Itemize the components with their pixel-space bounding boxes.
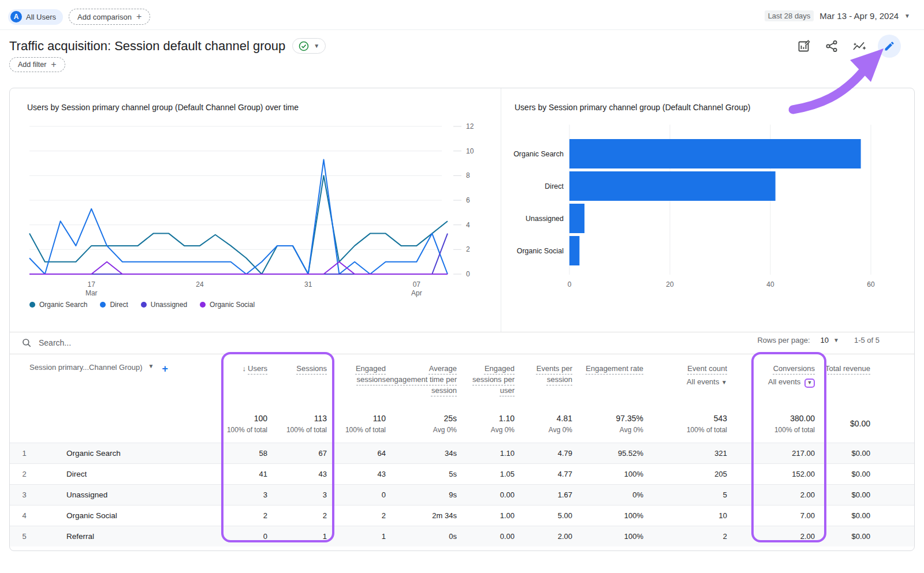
table-row[interactable]: 3Unassigned3309s0.001.670%52.00$0.00 [10, 484, 914, 505]
search-icon [21, 338, 32, 348]
table-cell: 2.00 [727, 532, 815, 541]
svg-text:24: 24 [196, 280, 204, 289]
panel-divider [501, 88, 501, 332]
table-cell: 0% [572, 490, 643, 499]
add-filter-button[interactable]: Add filter + [9, 57, 65, 72]
channel-name: Referral [39, 532, 212, 541]
table-cell: 3 [267, 490, 327, 499]
column-header-engaged-sessions-per-user[interactable]: Engaged sessions per user [457, 354, 515, 405]
table-row[interactable]: 1Organic Search58676434s1.104.7995.52%32… [10, 443, 914, 463]
table-cell: 58 [212, 449, 267, 458]
svg-text:20: 20 [666, 280, 674, 289]
column-header-conversions[interactable]: ConversionsAll events ▼ [727, 354, 815, 405]
line-chart[interactable]: 02468101217Mar243107Apr [20, 115, 489, 299]
table-cell: 2.00 [515, 532, 572, 541]
channel-name: Organic Social [39, 511, 212, 520]
table-cell: 5.00 [515, 511, 572, 520]
pencil-icon [884, 40, 895, 52]
svg-text:Organic Search: Organic Search [513, 150, 564, 158]
rows-per-page-select[interactable]: Rows per page: 10 ▼ [757, 336, 839, 344]
column-header-engaged-sessions[interactable]: Engaged sessions [327, 354, 386, 405]
legend-item[interactable]: Direct [100, 301, 128, 309]
column-header-average-engagement-time-per-session[interactable]: Average engagement time per session [386, 354, 457, 405]
totals-cell: 110100% of total [327, 414, 386, 434]
legend-dot [100, 302, 106, 308]
edit-chart-icon [797, 39, 811, 53]
legend-item[interactable]: Organic Search [29, 301, 87, 309]
date-range-label: Mar 13 - Apr 9, 2024 [819, 11, 899, 21]
table-cell: 5 [643, 490, 727, 499]
table-body: 1Organic Search58676434s1.104.7995.52%32… [10, 443, 914, 546]
table-row[interactable]: 4Organic Social2222m 34s1.005.00100%107.… [10, 505, 914, 526]
table-cell: 100% [572, 470, 643, 478]
bar-organic-search [569, 139, 861, 168]
chevron-down-icon: ▼ [314, 43, 319, 49]
table-cell: 205 [643, 470, 727, 478]
column-sublabel[interactable]: All events ▼ [643, 376, 727, 388]
column-header-events-per-session[interactable]: Events per session [515, 354, 572, 405]
column-label: Event count [687, 364, 727, 373]
rows-per-page-label: Rows per page: [757, 336, 810, 344]
column-header-event-count[interactable]: Event countAll events ▼ [643, 354, 727, 405]
column-header-engagement-rate[interactable]: Engagement rate [572, 354, 643, 405]
svg-text:0: 0 [568, 280, 572, 289]
event-dropdown-highlight[interactable]: ▼ [804, 379, 815, 388]
svg-text:31: 31 [304, 280, 312, 289]
date-preset-label: Last 28 days [765, 10, 814, 21]
chevron-down-icon: ▼ [904, 13, 910, 19]
totals-cell: $0.00 [815, 419, 870, 428]
pagination-range: 1-5 of 5 [854, 336, 880, 344]
column-label: Events per session [536, 364, 572, 384]
chevron-down-icon: ▼ [807, 377, 813, 388]
table-cell: 9s [386, 490, 457, 499]
edit-chart-button[interactable] [795, 37, 813, 55]
insights-button[interactable] [850, 37, 869, 55]
table-cell: 1.05 [457, 470, 515, 478]
table-cell: 2.00 [727, 490, 815, 499]
table-cell: 0 [212, 532, 267, 541]
bar-chart[interactable]: 0204060Organic SearchDirectUnassignedOrg… [512, 115, 904, 299]
legend-item[interactable]: Organic Social [200, 301, 255, 309]
all-users-chip[interactable]: A All Users [8, 9, 63, 25]
table-row[interactable]: 5Referral0110s0.002.00100%22.00$0.00 [10, 526, 914, 546]
audience-label: All Users [26, 13, 56, 21]
add-filter-label: Add filter [18, 61, 46, 69]
table-cell: $0.00 [815, 470, 870, 478]
channel-name: Organic Search [39, 449, 212, 458]
table-cell: $0.00 [815, 511, 870, 520]
table-cell: 2 [327, 511, 386, 520]
report-card: Users by Session primary channel group (… [9, 88, 915, 551]
date-range-picker[interactable]: Last 28 days Mar 13 - Apr 9, 2024 ▼ [765, 10, 910, 21]
add-comparison-button[interactable]: Add comparison + [69, 9, 150, 25]
share-button[interactable] [822, 37, 841, 55]
svg-text:Apr: Apr [411, 289, 422, 297]
svg-text:8: 8 [466, 171, 470, 179]
totals-cell: 100100% of total [212, 414, 267, 434]
share-icon [825, 39, 839, 53]
report-status-badge[interactable]: ▼ [292, 38, 326, 54]
table-cell: 67 [267, 449, 327, 458]
column-header-users[interactable]: ↓Users [212, 354, 267, 405]
legend-label: Direct [110, 301, 128, 309]
table-cell: 100% [572, 532, 643, 541]
table-cell: $0.00 [815, 449, 870, 458]
column-header-total-revenue[interactable]: Total revenue [815, 354, 870, 405]
legend-item[interactable]: Unassigned [141, 301, 187, 309]
table-row[interactable]: 2Direct4143435s1.054.77100%205152.00$0.0… [10, 463, 914, 484]
channel-name: Unassigned [39, 490, 212, 499]
search-input[interactable] [39, 338, 385, 347]
column-sublabel[interactable]: All events ▼ [727, 376, 815, 388]
dimension-column-header[interactable]: Session primary...Channel Group) ▼ + [10, 354, 212, 405]
table-cell: 1.10 [457, 449, 515, 458]
column-label: Conversions [773, 364, 815, 373]
customize-report-button[interactable] [878, 35, 901, 58]
column-header-sessions[interactable]: Sessions [267, 354, 327, 405]
svg-text:Unassigned: Unassigned [526, 215, 564, 223]
table-cell: 3 [212, 490, 267, 499]
column-label: Engaged sessions [356, 364, 386, 384]
totals-cell: 1.10Avg 0% [457, 414, 515, 434]
table-cell: 95.52% [572, 449, 643, 458]
add-dimension-button[interactable]: + [162, 363, 168, 375]
svg-text:Organic Social: Organic Social [517, 247, 564, 255]
svg-text:Mar: Mar [85, 289, 98, 297]
